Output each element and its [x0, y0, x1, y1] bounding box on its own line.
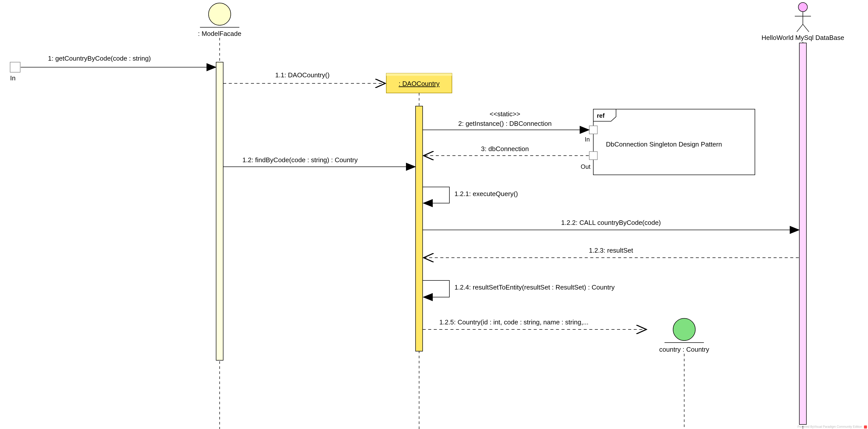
lifeline-modelfacade-label: : ModelFacade: [198, 30, 241, 37]
lifeline-daocountry-label: : DAOCountry: [399, 80, 439, 87]
msg-1-2-2-label: 1.2.2: CALL countryByCode(code): [561, 219, 661, 226]
lifeline-country-label: country : Country: [659, 346, 709, 353]
msg-3-label: 3: dbConnection: [481, 145, 529, 152]
msg-1-2-1: 1.2.1: executeQuery(): [423, 187, 518, 203]
msg-1-1-label: 1.1: DAOCountry(): [275, 71, 330, 79]
msg-1-2-4: 1.2.4: resultSetToEntity(resultSet : Res…: [423, 281, 615, 297]
activation-modelfacade: [216, 62, 223, 360]
lifeline-modelfacade-head: : ModelFacade: [198, 3, 241, 37]
svg-point-1: [209, 3, 231, 25]
lifeline-db-label: HelloWorld MySql DataBase: [762, 34, 844, 41]
svg-point-5: [798, 2, 807, 11]
msg-1-2-1-label: 1.2.1: executeQuery(): [455, 190, 518, 198]
svg-line-8: [797, 24, 803, 32]
ref-fragment: ref In Out DbConnection Singleton Design…: [581, 109, 755, 175]
msg-2-label: 2: getInstance() : DBConnection: [458, 120, 552, 127]
gate-in: In: [10, 62, 20, 82]
lifeline-daocountry-head: : DAOCountry: [386, 73, 452, 93]
ref-tag: ref: [597, 112, 605, 119]
lifeline-country-head: country : Country: [659, 318, 709, 353]
msg-1-2-3-label: 1.2.3: resultSet: [589, 247, 633, 254]
watermark: Powered ByVisual Paradigm Community Edit…: [798, 425, 867, 429]
msg-1-2-5-label: 1.2.5: Country(id : int, code : string, …: [439, 318, 589, 326]
svg-point-10: [673, 318, 695, 341]
ref-in-label: In: [585, 136, 590, 143]
svg-rect-4: [386, 73, 452, 76]
svg-rect-0: [10, 62, 20, 72]
activation-daocountry: [415, 106, 423, 351]
ref-out-label: Out: [581, 163, 591, 170]
activation-db: [799, 43, 806, 425]
msg-1-2-4-label: 1.2.4: resultSetToEntity(resultSet : Res…: [455, 284, 615, 291]
msg-2-stereo: <<static>>: [490, 110, 520, 118]
ref-title: DbConnection Singleton Design Pattern: [606, 141, 722, 148]
sequence-diagram: In : ModelFacade : DAOCountry HelloWorld…: [0, 0, 868, 429]
msg-1-label: 1: getCountryByCode(code : string): [48, 55, 151, 62]
svg-rect-13: [589, 126, 597, 134]
svg-line-9: [803, 24, 809, 32]
msg-1-2-label: 1.2: findByCode(code : string) : Country: [242, 156, 358, 164]
svg-rect-14: [589, 151, 597, 160]
lifeline-db-head: HelloWorld MySql DataBase: [762, 2, 844, 41]
gate-in-label: In: [10, 74, 16, 82]
